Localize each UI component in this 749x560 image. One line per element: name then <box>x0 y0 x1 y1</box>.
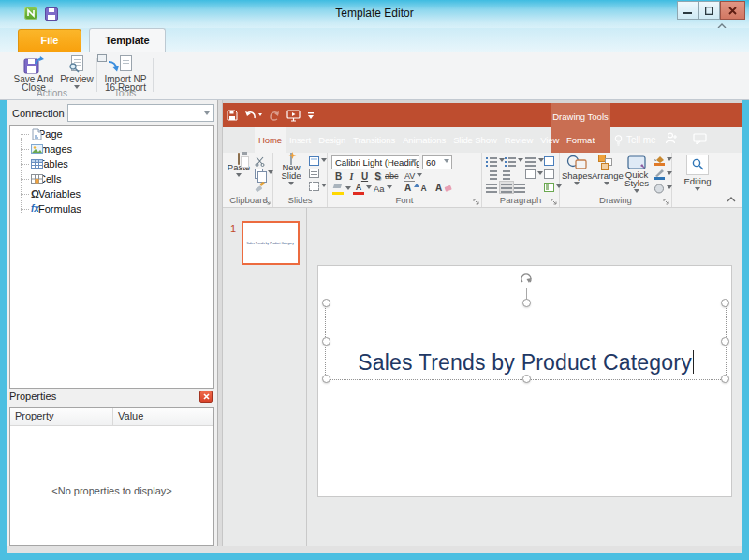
property-column-header[interactable]: Property <box>10 408 113 425</box>
tree-item-images[interactable]: Images <box>10 141 213 156</box>
paragraph-group-label: Paragraph <box>482 195 559 205</box>
character-spacing-button[interactable]: AV <box>404 171 422 182</box>
resize-handle-n[interactable] <box>522 299 531 307</box>
reset-button[interactable] <box>309 169 319 178</box>
font-dialog-launcher-icon[interactable] <box>473 199 479 205</box>
columns-button[interactable] <box>544 156 554 166</box>
text-shadow-button[interactable]: S <box>372 171 384 182</box>
shape-effects-button[interactable] <box>654 184 672 194</box>
value-column-header[interactable]: Value <box>113 408 213 425</box>
increase-indent-button[interactable] <box>499 169 510 179</box>
font-size-select[interactable]: 60 <box>422 155 452 169</box>
collapse-ppt-ribbon-icon[interactable] <box>727 197 736 202</box>
drawing-dialog-launcher-icon[interactable] <box>663 199 669 205</box>
shapes-button[interactable]: Shapes <box>562 155 592 188</box>
bullets-button[interactable] <box>486 156 505 166</box>
title-textbox[interactable]: Sales Trends by Product Category <box>325 302 727 380</box>
italic-button[interactable]: I <box>345 171 358 182</box>
clear-formatting-button[interactable]: A <box>433 183 452 193</box>
numbering-button[interactable] <box>505 156 523 166</box>
resize-handle-nw[interactable] <box>322 299 330 307</box>
resize-handle-sw[interactable] <box>322 375 330 383</box>
ppt-tab-slideshow[interactable]: Slide Show <box>449 127 501 153</box>
align-right-button[interactable] <box>514 183 525 192</box>
cut-button[interactable] <box>255 156 265 167</box>
shrink-font-button[interactable]: A <box>418 184 430 193</box>
tree-item-cells[interactable]: Cells <box>10 171 213 186</box>
arrange-button[interactable]: Arrange <box>592 155 622 188</box>
align-text-button[interactable] <box>544 169 554 179</box>
connection-select[interactable] <box>67 104 214 122</box>
ppt-tab-review[interactable]: Review <box>501 127 537 153</box>
rotate-handle-icon[interactable] <box>520 273 533 286</box>
font-color-button[interactable]: A <box>353 183 372 195</box>
editing-button[interactable]: Editing <box>680 155 715 194</box>
comments-icon[interactable] <box>693 133 707 144</box>
undo-button[interactable] <box>244 111 262 121</box>
close-properties-button[interactable] <box>199 391 213 403</box>
slide-thumbnail[interactable]: Sales Trends by Product Category <box>242 221 300 265</box>
clipboard-dialog-launcher-icon[interactable] <box>264 199 271 205</box>
layout-button[interactable] <box>309 156 327 166</box>
line-spacing-button[interactable] <box>525 156 544 166</box>
close-button[interactable] <box>720 1 745 20</box>
justify-button[interactable] <box>525 169 543 179</box>
section-dropdown-icon <box>321 184 327 190</box>
thumbnail-title-text: Sales Trends by Product Category <box>247 242 294 244</box>
change-case-button[interactable]: Aa <box>374 184 392 194</box>
window-frame-left <box>0 100 7 560</box>
start-from-beginning-icon[interactable] <box>286 110 301 122</box>
layout-dropdown-icon <box>321 158 327 165</box>
bold-button[interactable]: B <box>332 171 345 182</box>
resize-handle-ne[interactable] <box>721 299 729 307</box>
tree-item-formulas[interactable]: fx Formulas <box>10 201 213 216</box>
ppt-tab-design[interactable]: Design <box>315 127 349 153</box>
page-icon <box>31 128 43 140</box>
tab-file[interactable]: File <box>18 29 81 52</box>
shape-outline-button[interactable] <box>654 169 672 180</box>
resize-handle-e[interactable] <box>721 337 729 346</box>
person-icon[interactable] <box>665 131 678 144</box>
resize-handle-w[interactable] <box>322 337 330 346</box>
save-and-close-button[interactable]: Save And Close <box>11 55 56 92</box>
redo-icon[interactable] <box>269 111 280 121</box>
tree-item-page[interactable]: Page <box>10 126 213 141</box>
resize-handle-s[interactable] <box>522 375 531 383</box>
format-painter-icon <box>255 182 266 193</box>
align-center-button[interactable] <box>499 181 514 194</box>
section-button[interactable] <box>309 182 327 191</box>
underline-button[interactable]: U <box>359 171 371 182</box>
shape-fill-button[interactable] <box>654 155 672 166</box>
paste-button[interactable]: Paste <box>227 155 251 180</box>
copy-button[interactable] <box>255 169 273 179</box>
main-region: Connection Page Images <box>7 100 742 553</box>
ppt-tab-home[interactable]: Home <box>255 127 286 153</box>
tree-item-tables[interactable]: Tables <box>10 156 213 171</box>
maximize-button[interactable] <box>698 1 720 20</box>
format-painter-button[interactable] <box>255 182 266 193</box>
tab-template[interactable]: Template <box>89 28 166 52</box>
import-np16-button[interactable]: Import NP 16 Report <box>100 55 151 92</box>
new-slide-button[interactable]: New Slide <box>277 155 305 188</box>
quick-styles-button[interactable]: Quick Styles <box>622 155 652 196</box>
preview-button[interactable]: Preview <box>58 55 95 92</box>
strikethrough-button[interactable]: abc <box>385 171 399 181</box>
font-name-select[interactable]: Calibri Light (Headings <box>331 155 419 169</box>
highlight-color-button[interactable] <box>332 184 351 195</box>
ppt-tab-transitions[interactable]: Transitions <box>349 127 399 153</box>
customize-qat-icon[interactable] <box>307 111 315 120</box>
ppt-tab-insert[interactable]: Insert <box>286 127 315 153</box>
font-group: Calibri Light (Headings 60 B I U S abc A… <box>328 153 482 207</box>
slide-canvas[interactable]: Sales Trends by Product Category <box>317 265 732 497</box>
tree-item-variables[interactable]: Ω Variables <box>10 186 213 201</box>
ppt-tab-format[interactable]: Format <box>551 127 610 153</box>
decrease-indent-button[interactable] <box>486 169 497 179</box>
ppt-tab-animations[interactable]: Animations <box>399 127 449 153</box>
resize-handle-se[interactable] <box>721 375 729 383</box>
tell-me-box[interactable]: Tell me <box>614 127 656 153</box>
slide-title-text[interactable]: Sales Trends by Product Category <box>326 350 726 376</box>
align-left-button[interactable] <box>486 183 497 192</box>
paragraph-dialog-launcher-icon[interactable] <box>551 199 557 205</box>
minimize-button[interactable] <box>677 1 698 20</box>
save-icon[interactable] <box>227 110 238 121</box>
